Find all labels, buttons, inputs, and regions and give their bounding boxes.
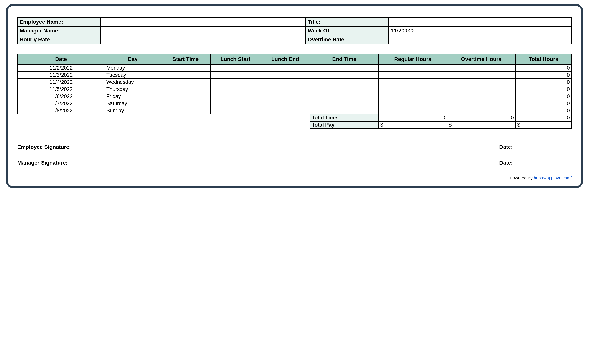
cell-regular-hours[interactable] — [379, 65, 447, 72]
title-label: Title: — [306, 18, 389, 26]
manager-name-value[interactable] — [101, 26, 306, 35]
cell-date[interactable]: 11/5/2022 — [18, 86, 105, 93]
hourly-rate-label: Hourly Rate: — [18, 35, 101, 44]
cell-overtime-hours[interactable] — [447, 100, 515, 107]
table-row: 11/2/2022Monday0 — [18, 65, 571, 72]
timesheet-table: Date Day Start Time Lunch Start Lunch En… — [17, 54, 572, 129]
pay-dash: - — [506, 122, 514, 128]
cell-lunch-start[interactable] — [210, 72, 260, 79]
cell-end-time[interactable] — [310, 79, 379, 86]
cell-overtime-hours[interactable] — [447, 86, 515, 93]
cell-lunch-start[interactable] — [210, 65, 260, 72]
cell-date[interactable]: 11/6/2022 — [18, 93, 105, 100]
cell-regular-hours[interactable] — [379, 79, 447, 86]
cell-overtime-hours[interactable] — [447, 93, 515, 100]
cell-total-hours[interactable]: 0 — [515, 93, 571, 100]
cell-total-hours[interactable]: 0 — [515, 107, 571, 114]
total-pay-label: Total Pay — [310, 121, 379, 129]
cell-end-time[interactable] — [310, 65, 379, 72]
cell-date[interactable]: 11/2/2022 — [18, 65, 105, 72]
currency-symbol: $ — [517, 122, 520, 128]
table-row: 11/8/2022Sunday0 — [18, 107, 571, 114]
cell-start-time[interactable] — [161, 93, 211, 100]
cell-lunch-end[interactable] — [260, 100, 310, 107]
col-total-hours: Total Hours — [515, 54, 571, 65]
total-time-label: Total Time — [310, 114, 379, 121]
cell-overtime-hours[interactable] — [447, 79, 515, 86]
cell-day[interactable]: Thursday — [105, 86, 161, 93]
cell-end-time[interactable] — [310, 100, 379, 107]
cell-lunch-end[interactable] — [260, 93, 310, 100]
cell-lunch-end[interactable] — [260, 86, 310, 93]
table-row: 11/7/2022Saturday0 — [18, 100, 571, 107]
cell-lunch-start[interactable] — [210, 107, 260, 114]
manager-signature-line[interactable] — [72, 160, 172, 166]
cell-regular-hours[interactable] — [379, 93, 447, 100]
cell-total-hours[interactable]: 0 — [515, 72, 571, 79]
pay-dash: - — [438, 122, 445, 128]
total-time-row: Total Time 0 0 0 — [18, 114, 571, 121]
table-row: 11/3/2022Tuesday0 — [18, 72, 571, 79]
cell-lunch-start[interactable] — [210, 93, 260, 100]
employee-name-value[interactable] — [101, 18, 306, 26]
cell-start-time[interactable] — [161, 72, 211, 79]
cell-day[interactable]: Saturday — [105, 100, 161, 107]
cell-total-hours[interactable]: 0 — [515, 79, 571, 86]
cell-lunch-end[interactable] — [260, 107, 310, 114]
overtime-rate-value[interactable] — [389, 35, 571, 44]
cell-regular-hours[interactable] — [379, 72, 447, 79]
cell-regular-hours[interactable] — [379, 100, 447, 107]
cell-lunch-start[interactable] — [210, 100, 260, 107]
week-of-label: Week Of: — [306, 26, 389, 35]
table-row: 11/6/2022Friday0 — [18, 93, 571, 100]
cell-total-hours[interactable]: 0 — [515, 65, 571, 72]
cell-lunch-start[interactable] — [210, 79, 260, 86]
col-start-time: Start Time — [161, 54, 211, 65]
manager-date-line[interactable] — [514, 160, 572, 166]
week-of-value[interactable]: 11/2/2022 — [389, 26, 571, 35]
cell-regular-hours[interactable] — [379, 107, 447, 114]
cell-start-time[interactable] — [161, 107, 211, 114]
cell-day[interactable]: Sunday — [105, 107, 161, 114]
cell-lunch-end[interactable] — [260, 65, 310, 72]
cell-date[interactable]: 11/4/2022 — [18, 79, 105, 86]
col-lunch-start: Lunch Start — [210, 54, 260, 65]
cell-end-time[interactable] — [310, 93, 379, 100]
employee-signature-label: Employee Signature: — [17, 144, 71, 150]
cell-day[interactable]: Monday — [105, 65, 161, 72]
info-table: Employee Name: Title: Manager Name: Week… — [17, 17, 572, 44]
cell-date[interactable]: 11/7/2022 — [18, 100, 105, 107]
cell-overtime-hours[interactable] — [447, 107, 515, 114]
employee-signature-line[interactable] — [72, 144, 172, 150]
cell-lunch-end[interactable] — [260, 79, 310, 86]
cell-total-hours[interactable]: 0 — [515, 86, 571, 93]
cell-end-time[interactable] — [310, 107, 379, 114]
employee-signature-row: Employee Signature: Date: — [17, 144, 572, 150]
cell-end-time[interactable] — [310, 86, 379, 93]
employee-date-line[interactable] — [514, 144, 572, 150]
info-row-3: Hourly Rate: Overtime Rate: — [18, 35, 571, 44]
cell-day[interactable]: Friday — [105, 93, 161, 100]
cell-overtime-hours[interactable] — [447, 72, 515, 79]
table-row: 11/4/2022Wednesday0 — [18, 79, 571, 86]
cell-lunch-end[interactable] — [260, 72, 310, 79]
col-day: Day — [105, 54, 161, 65]
cell-start-time[interactable] — [161, 100, 211, 107]
cell-day[interactable]: Tuesday — [105, 72, 161, 79]
cell-start-time[interactable] — [161, 79, 211, 86]
cell-total-hours[interactable]: 0 — [515, 100, 571, 107]
info-row-1: Employee Name: Title: — [18, 18, 571, 26]
cell-overtime-hours[interactable] — [447, 65, 515, 72]
cell-start-time[interactable] — [161, 65, 211, 72]
cell-regular-hours[interactable] — [379, 86, 447, 93]
cell-end-time[interactable] — [310, 72, 379, 79]
table-row: 11/5/2022Thursday0 — [18, 86, 571, 93]
cell-start-time[interactable] — [161, 86, 211, 93]
cell-lunch-start[interactable] — [210, 86, 260, 93]
cell-date[interactable]: 11/3/2022 — [18, 72, 105, 79]
cell-date[interactable]: 11/8/2022 — [18, 107, 105, 114]
title-value[interactable] — [389, 18, 571, 26]
hourly-rate-value[interactable] — [101, 35, 306, 44]
footer-link[interactable]: https://apploye.com/ — [534, 176, 572, 180]
cell-day[interactable]: Wednesday — [105, 79, 161, 86]
